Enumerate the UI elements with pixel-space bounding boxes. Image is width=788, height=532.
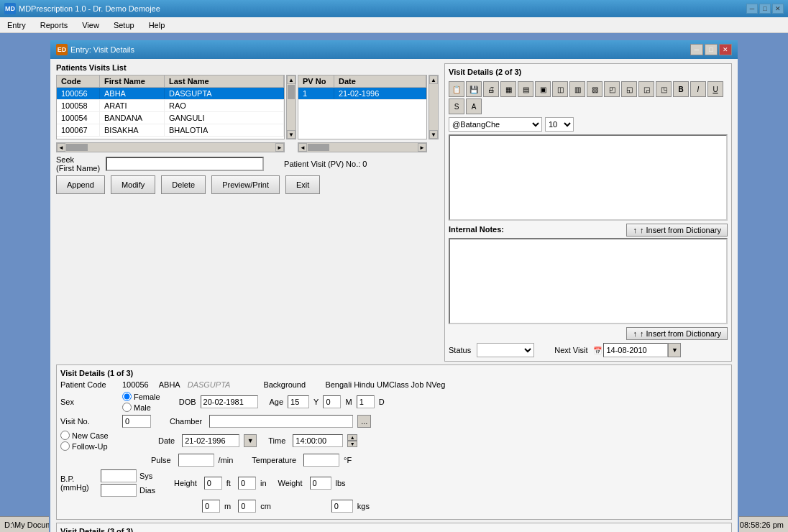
sex-female-radio[interactable]: Female	[122, 392, 160, 401]
age-m-input[interactable]	[323, 395, 341, 408]
next-visit-input[interactable]	[603, 343, 668, 357]
preview-print-button[interactable]: Preview/Print	[211, 175, 280, 194]
pv-scroll-up[interactable]: ▲	[429, 75, 438, 84]
status-select[interactable]	[477, 343, 534, 357]
menu-entry[interactable]: Entry	[3, 19, 30, 31]
toolbar-q2[interactable]: ◱	[621, 81, 637, 97]
patients-h-scroll[interactable]: ◄ ►	[56, 142, 285, 152]
chamber-input[interactable]	[209, 415, 353, 428]
age-m-unit: M	[345, 398, 352, 406]
insert-dict-arrow-1: ↑	[633, 226, 637, 234]
dialog-minimize-button[interactable]: ─	[690, 44, 703, 55]
toolbar-grid[interactable]: ▣	[535, 81, 551, 97]
dialog-title-bar: ED Entry: Visit Details ─ □ ✕	[50, 40, 738, 59]
toolbar-frame[interactable]: ◫	[552, 81, 568, 97]
height-ft-input[interactable]	[204, 477, 222, 490]
toolbar-strikethrough[interactable]: S	[449, 98, 464, 114]
seek-input[interactable]	[106, 157, 264, 171]
rich-text-toolbar: 📋 💾 🖨 ▦ ▤ ▣ ◫ ▥ ▧ ◰ ◱ ◲ ◳	[449, 81, 728, 114]
toolbar-font-color[interactable]: A	[466, 98, 482, 114]
toolbar-italic[interactable]: I	[690, 81, 706, 97]
delete-button[interactable]: Delete	[161, 175, 206, 194]
scroll-up-arrow[interactable]: ▲	[287, 75, 296, 84]
pv-h-scroll-right[interactable]: ►	[418, 143, 426, 152]
toolbar-shade[interactable]: ▥	[569, 81, 585, 97]
time-spin-up[interactable]: ▲	[347, 434, 357, 441]
dob-input[interactable]	[201, 395, 258, 408]
weight-kg-input[interactable]	[331, 500, 353, 513]
modify-button[interactable]: Modify	[111, 175, 155, 194]
menu-setup[interactable]: Setup	[109, 19, 139, 31]
time-input[interactable]	[293, 434, 343, 447]
visit-details-2-header: Visit Details (2 of 3)	[449, 68, 521, 76]
visit-no-input[interactable]	[122, 415, 151, 428]
table-row[interactable]: 100067 BISAKHA BHALOTIA	[57, 124, 284, 137]
insert-from-dict-button-2[interactable]: ↑ ↑ Insert from Dictionary	[626, 327, 728, 340]
menu-help[interactable]: Help	[145, 19, 170, 31]
toolbar-bold[interactable]: B	[673, 81, 689, 97]
maximize-button[interactable]: □	[759, 4, 771, 14]
font-name-select[interactable]: @BatangChe	[449, 117, 542, 132]
sex-label: Sex	[60, 398, 118, 406]
time-spin-down[interactable]: ▼	[347, 441, 357, 447]
sex-male-radio[interactable]: Male	[122, 403, 160, 412]
height-m-input[interactable]	[202, 500, 220, 513]
col-code: Code	[57, 75, 100, 87]
pv-scroll-down[interactable]: ▼	[429, 130, 438, 139]
weight-lbs-input[interactable]	[310, 477, 331, 490]
toolbar-q3[interactable]: ◲	[638, 81, 654, 97]
h-scroll-thumb[interactable]	[66, 144, 88, 151]
chamber-dots-button[interactable]: ...	[357, 415, 371, 428]
internal-notes-text-area[interactable]	[449, 238, 728, 324]
toolbar-q4[interactable]: ◳	[656, 81, 672, 97]
toolbar-table[interactable]: ▦	[500, 81, 516, 97]
table-row[interactable]: 100058 ARATI RAO	[57, 100, 284, 112]
toolbar-underline[interactable]: U	[707, 81, 723, 97]
scroll-thumb[interactable]	[288, 85, 295, 99]
pv-table-row[interactable]: 1 21-02-1996	[298, 88, 426, 100]
pv-h-scroll-thumb[interactable]	[308, 144, 329, 151]
minimize-button[interactable]: ─	[746, 4, 758, 14]
dialog: ED Entry: Visit Details ─ □ ✕ Patients V…	[49, 39, 739, 532]
patients-table-scrollbar[interactable]: ▲ ▼	[286, 75, 296, 139]
h-scroll-right[interactable]: ►	[275, 143, 284, 152]
append-button[interactable]: Append	[56, 175, 105, 194]
toolbar-save[interactable]: 💾	[466, 81, 482, 97]
exit-button[interactable]: Exit	[285, 175, 320, 194]
toolbar-q1[interactable]: ◰	[604, 81, 620, 97]
insert-from-dict-button-1[interactable]: ↑ ↑ Insert from Dictionary	[626, 224, 728, 237]
scroll-down-arrow[interactable]: ▼	[287, 130, 296, 139]
toolbar-copy[interactable]: 📋	[449, 81, 464, 97]
height-in-input[interactable]	[238, 477, 256, 490]
new-case-radio[interactable]: HistoryAppendNew Case	[60, 431, 147, 440]
h-scroll-left[interactable]: ◄	[57, 143, 65, 152]
table-row[interactable]: 100056 ABHA DASGUPTA	[57, 88, 284, 100]
table-row[interactable]: 100054 BANDANA GANGULI	[57, 112, 284, 124]
date-dropdown[interactable]: ▼	[244, 434, 257, 447]
pv-h-scroll[interactable]: ◄ ►	[298, 142, 427, 152]
toolbar-check[interactable]: ▧	[587, 81, 603, 97]
dialog-maximize-button[interactable]: □	[705, 44, 718, 55]
age-y-input[interactable]	[288, 395, 309, 408]
toolbar-list[interactable]: ▤	[518, 81, 533, 97]
menu-view[interactable]: View	[78, 19, 104, 31]
dob-label: DOB	[179, 398, 196, 406]
font-size-select[interactable]: 10	[545, 117, 574, 132]
pv-table-scrollbar[interactable]: ▲ ▼	[429, 75, 439, 139]
close-button[interactable]: ✕	[772, 4, 784, 14]
bp-sys-input[interactable]	[101, 469, 137, 482]
pulse-input[interactable]	[178, 454, 214, 467]
visit-notes-text-area[interactable]	[449, 134, 728, 221]
temperature-input[interactable]	[303, 454, 339, 467]
age-d-input[interactable]	[357, 395, 375, 408]
age-d-unit: D	[379, 398, 385, 406]
pv-h-scroll-left[interactable]: ◄	[298, 143, 307, 152]
menu-reports[interactable]: Reports	[36, 19, 73, 31]
dialog-close-button[interactable]: ✕	[719, 44, 732, 55]
bp-dias-input[interactable]	[101, 484, 137, 497]
height-cm-input[interactable]	[238, 500, 256, 513]
toolbar-print[interactable]: 🖨	[483, 81, 499, 97]
follow-up-radio[interactable]: Follow-Up	[60, 441, 147, 451]
next-visit-dropdown[interactable]: ▼	[668, 343, 681, 357]
date-input[interactable]	[182, 434, 239, 447]
